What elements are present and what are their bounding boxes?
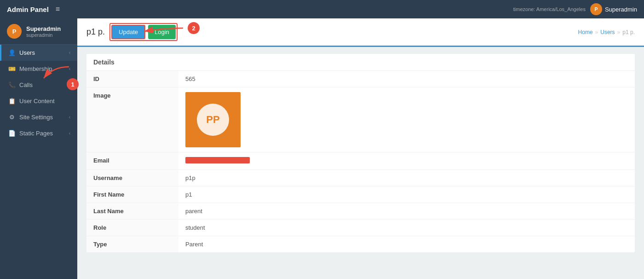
navbar-username: Superadmin	[605, 6, 637, 13]
sidebar-item-label-membership: Membership	[19, 65, 52, 72]
sidebar-item-user-content[interactable]: 📋 User Content	[0, 93, 77, 109]
chevron-icon-calls: ‹	[69, 82, 70, 87]
static-pages-icon: 📄	[8, 130, 16, 137]
table-row-lastname: Last Name parent	[86, 203, 635, 220]
field-label-email: Email	[86, 152, 178, 170]
field-label-image: Image	[86, 87, 178, 152]
navbar-brand: Admin Panel	[7, 6, 49, 13]
field-label-username: Username	[86, 170, 178, 186]
details-table: ID 565 Image PP Email	[86, 71, 635, 252]
timezone-label: timezone: America/Los_Angeles	[513, 6, 586, 12]
chevron-icon-static-pages: ‹	[69, 131, 70, 136]
sidebar-item-label-calls: Calls	[19, 81, 33, 88]
sidebar-item-membership[interactable]: 🎫 Membership ‹	[0, 61, 77, 77]
buttons-outlined-box: Update Login	[109, 23, 178, 41]
field-value-email	[178, 152, 635, 170]
sidebar-item-label-site-settings: Site Settings	[19, 114, 53, 121]
sidebar-user-name: Superadmin	[26, 25, 61, 32]
table-row-image: Image PP	[86, 87, 635, 152]
breadcrumb-sep-1: »	[595, 29, 598, 35]
breadcrumb-sep-2: »	[617, 29, 621, 35]
field-label-id: ID	[86, 71, 178, 87]
users-icon: 👤	[8, 49, 16, 56]
sidebar: P Superadmin superadmin 👤 Users ‹ 🎫 Memb…	[0, 18, 77, 279]
sidebar-user-role: superadmin	[26, 32, 61, 38]
user-avatar-box: PP	[185, 92, 241, 147]
page-title: p1 p.	[86, 27, 105, 37]
membership-icon: 🎫	[8, 65, 16, 72]
details-card: Details ID 565 Image PP	[86, 54, 635, 252]
content-header-left: p1 p. Update Login	[86, 23, 178, 41]
table-row-username: Username p1p	[86, 170, 635, 186]
sidebar-item-label-static-pages: Static Pages	[19, 130, 53, 137]
field-value-id: 565	[178, 71, 635, 87]
field-value-image: PP	[178, 87, 635, 152]
login-button[interactable]: Login	[148, 25, 176, 39]
sidebar-item-site-settings[interactable]: ⚙ Site Settings ‹	[0, 109, 77, 125]
field-label-type: Type	[86, 236, 178, 253]
field-value-firstname: p1	[178, 186, 635, 203]
sidebar-item-users[interactable]: 👤 Users ‹	[0, 45, 77, 61]
layout: P Superadmin superadmin 👤 Users ‹ 🎫 Memb…	[0, 18, 644, 279]
table-row-role: Role student	[86, 220, 635, 236]
user-content-icon: 📋	[8, 98, 16, 105]
sidebar-user-info: Superadmin superadmin	[26, 25, 61, 38]
table-row-email: Email	[86, 152, 635, 170]
field-value-lastname: parent	[178, 203, 635, 220]
chevron-icon-users: ‹	[69, 50, 70, 55]
main-content: p1 p. Update Login Home » Users » p1 p. …	[77, 18, 644, 279]
sidebar-item-label-user-content: User Content	[19, 98, 55, 105]
field-label-lastname: Last Name	[86, 203, 178, 220]
breadcrumb: Home » Users » p1 p.	[578, 29, 635, 35]
sidebar-item-static-pages[interactable]: 📄 Static Pages ‹	[0, 125, 77, 141]
site-settings-icon: ⚙	[8, 114, 16, 121]
navbar-user: P Superadmin	[590, 3, 637, 15]
field-label-role: Role	[86, 220, 178, 236]
update-button[interactable]: Update	[111, 25, 145, 39]
field-value-role: student	[178, 220, 635, 236]
sidebar-user-avatar: P	[7, 24, 22, 39]
details-header: Details	[86, 54, 635, 71]
table-row-id: ID 565	[86, 71, 635, 87]
sidebar-item-calls[interactable]: 📞 Calls ‹	[0, 77, 77, 93]
header-buttons: Update Login	[109, 23, 178, 41]
navbar-left: Admin Panel ≡	[7, 5, 60, 13]
field-label-firstname: First Name	[86, 186, 178, 203]
navbar: Admin Panel ≡ timezone: America/Los_Ange…	[0, 0, 644, 18]
sidebar-user-profile: P Superadmin superadmin	[0, 18, 77, 45]
chevron-icon-site-settings: ‹	[69, 115, 70, 120]
table-row-firstname: First Name p1	[86, 186, 635, 203]
sidebar-item-label-users: Users	[19, 49, 35, 56]
content-header: p1 p. Update Login Home » Users » p1 p.	[77, 18, 644, 47]
field-value-type: Parent	[178, 236, 635, 253]
table-row-type: Type Parent	[86, 236, 635, 253]
hamburger-icon[interactable]: ≡	[56, 5, 60, 13]
navbar-user-avatar: P	[590, 3, 602, 15]
avatar: PP	[197, 104, 229, 136]
content-body: Details ID 565 Image PP	[77, 47, 644, 279]
email-redacted	[185, 157, 250, 163]
field-value-username: p1p	[178, 170, 635, 186]
calls-icon: 📞	[8, 81, 16, 88]
chevron-icon-membership: ‹	[69, 66, 70, 71]
navbar-right: timezone: America/Los_Angeles P Superadm…	[513, 3, 637, 15]
breadcrumb-current: p1 p.	[622, 29, 635, 35]
breadcrumb-users[interactable]: Users	[600, 29, 615, 35]
breadcrumb-home[interactable]: Home	[578, 29, 593, 35]
